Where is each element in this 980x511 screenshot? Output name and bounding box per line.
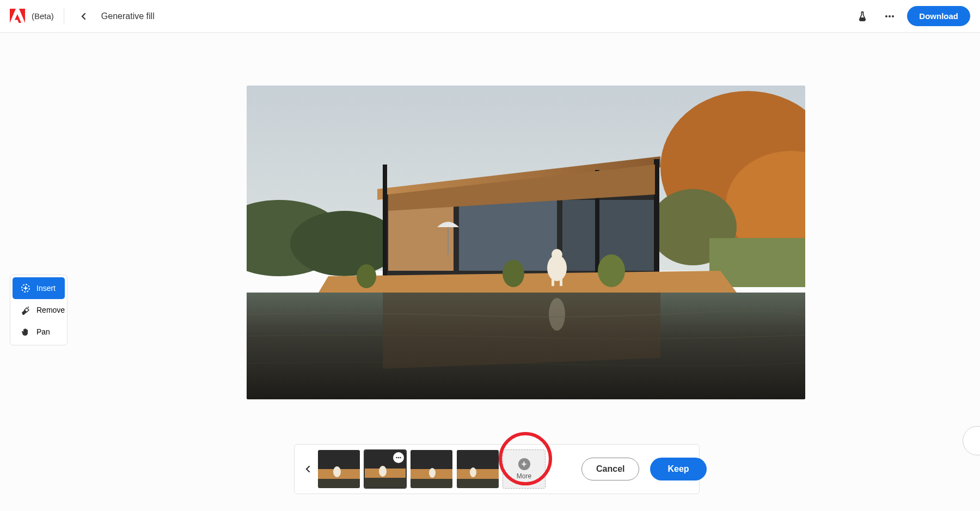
svg-rect-28 (448, 227, 449, 254)
svg-rect-46 (411, 450, 453, 469)
adobe-logo-icon[interactable] (10, 9, 25, 24)
more-variations-button[interactable]: + More (503, 449, 546, 489)
svg-rect-35 (318, 450, 360, 469)
header: (Beta) Generative fill Download (0, 0, 980, 33)
svg-point-45 (400, 457, 401, 459)
canvas[interactable] (247, 86, 805, 399)
back-button[interactable] (74, 7, 94, 26)
svg-point-25 (552, 249, 562, 260)
thumb-menu-button[interactable] (393, 452, 404, 463)
svg-rect-52 (457, 479, 499, 489)
eraser-sparkle-icon (20, 305, 31, 315)
svg-point-29 (598, 254, 625, 287)
header-left: (Beta) Generative fill (10, 7, 155, 26)
svg-rect-48 (411, 479, 453, 489)
variation-thumbnails: + More (317, 449, 546, 489)
insert-dashed-circle-icon (20, 283, 31, 294)
ellipsis-icon (884, 11, 895, 22)
more-label: More (517, 472, 531, 480)
variation-thumb-1[interactable] (317, 449, 360, 489)
chevron-left-icon (80, 13, 88, 20)
svg-point-53 (470, 467, 476, 477)
svg-rect-37 (318, 479, 360, 489)
svg-marker-33 (383, 293, 660, 369)
page-title: Generative fill (101, 11, 155, 21)
tool-remove[interactable]: Remove (13, 299, 65, 321)
canvas-image (247, 86, 805, 399)
hand-icon (20, 326, 31, 337)
header-right: Download (853, 6, 970, 26)
svg-rect-51 (457, 469, 499, 479)
tool-insert-label: Insert (36, 284, 56, 293)
ellipsis-icon (395, 454, 402, 461)
svg-point-4 (889, 15, 891, 17)
svg-rect-26 (552, 276, 554, 286)
svg-rect-27 (560, 276, 562, 286)
svg-rect-19 (383, 165, 387, 279)
svg-point-43 (396, 457, 397, 459)
svg-point-44 (398, 457, 400, 459)
plus-icon: + (518, 458, 530, 470)
svg-point-38 (333, 466, 341, 477)
help-button[interactable] (963, 426, 980, 455)
tool-pan-label: Pan (36, 327, 50, 336)
svg-point-31 (357, 264, 376, 288)
chevron-left-icon (304, 465, 312, 473)
svg-rect-16 (388, 200, 454, 271)
svg-point-3 (885, 15, 887, 17)
tool-remove-label: Remove (36, 306, 65, 314)
svg-rect-41 (365, 478, 406, 488)
svg-point-30 (503, 260, 524, 287)
labs-button[interactable] (853, 7, 872, 26)
vertical-divider (64, 8, 64, 25)
variation-thumb-4[interactable] (456, 449, 499, 489)
svg-marker-2 (15, 14, 21, 23)
beaker-icon (857, 11, 868, 22)
svg-point-34 (549, 298, 565, 331)
svg-marker-0 (10, 9, 16, 23)
beta-label: (Beta) (32, 11, 54, 21)
svg-point-5 (892, 15, 894, 17)
keep-button[interactable]: Keep (650, 458, 706, 480)
prev-variations-button[interactable] (304, 460, 312, 478)
content-area: Insert Remove Pan (0, 33, 980, 511)
tool-pan[interactable]: Pan (13, 321, 65, 343)
tool-palette: Insert Remove Pan (10, 275, 68, 345)
svg-point-42 (379, 466, 387, 477)
cancel-button[interactable]: Cancel (581, 458, 639, 480)
download-button[interactable]: Download (907, 6, 970, 26)
more-menu-button[interactable] (880, 7, 899, 26)
variation-bar: + More Cancel Keep (294, 444, 700, 494)
tool-insert[interactable]: Insert (13, 277, 65, 299)
variation-thumb-3[interactable] (410, 449, 453, 489)
variation-thumb-2[interactable] (364, 449, 407, 489)
svg-rect-17 (459, 200, 557, 271)
svg-rect-50 (457, 450, 499, 469)
svg-point-49 (429, 468, 436, 478)
